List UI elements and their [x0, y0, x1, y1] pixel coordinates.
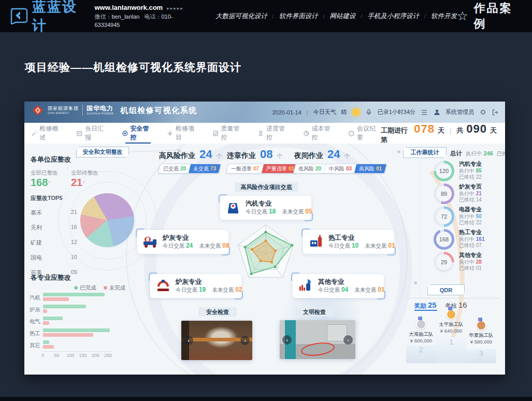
plant-icon	[298, 278, 313, 294]
scale-icon	[225, 200, 241, 216]
record-duration: 已录1小时34分	[378, 108, 415, 116]
page-footer-strip	[0, 397, 532, 401]
stat-night-work: 夜间作业24个 低风险20 中风险03 高风险01	[294, 148, 386, 174]
brand-block: 国家能源集团 CHN ENERGY 国华电力 GUOHUA POWER 机组检修…	[32, 105, 197, 116]
logout-icon[interactable]	[492, 109, 499, 116]
x-axis	[43, 351, 111, 352]
decor-dot	[414, 281, 417, 284]
civilization-check-title: 文明检查	[295, 307, 334, 317]
decor-dot	[397, 150, 400, 153]
current-day: 078	[414, 122, 435, 136]
red-circle-annotation	[300, 340, 336, 357]
app-title: 机组检修可视化系统	[120, 106, 197, 116]
chip-group: 已交底20 未交底73	[158, 164, 222, 174]
dashboard-screenshot: 国家能源集团 CHN ENERGY 国华电力 GUOHUA POWER 机组检修…	[24, 102, 505, 375]
work-ticket-badge: 工作票统计	[403, 147, 447, 158]
phone-label: 电话：	[144, 13, 161, 20]
ticket-row-electric: 72 电器专业 执行中 50 已终结 22	[434, 206, 504, 227]
prev-arrow-button[interactable]: ‹	[184, 336, 193, 345]
contact-block: www.lanlanwork.com▸▸▸▸▸ 微信：ben_lanlan 电话…	[94, 4, 191, 29]
sun-icon	[352, 108, 360, 116]
donut-chart: 120	[434, 161, 454, 181]
bar-row: 电气	[43, 317, 110, 325]
gear-icon[interactable]	[479, 109, 486, 116]
valve-icon	[155, 278, 171, 294]
wechat-value: ben_lanlan	[111, 13, 139, 20]
tab-meeting-minutes[interactable]: 会议纪要	[349, 123, 380, 144]
tab-progress-control[interactable]: 进度管控	[258, 123, 290, 144]
tab-safety-control[interactable]: 安全管控	[122, 123, 154, 144]
portfolio-link[interactable]: ☆ 作品案例	[457, 1, 521, 32]
top5-row: 国电10	[31, 254, 77, 262]
briefing-section-title: 高风险作业项目交底	[235, 182, 298, 192]
user-name[interactable]: 系统管理员	[445, 108, 474, 116]
top5-title: 应整改TOP5	[31, 194, 63, 202]
wechat-label: 微信：	[94, 13, 111, 20]
site-header: 蓝蓝设计 www.lanlanwork.com▸▸▸▸▸ 微信：ben_lanl…	[0, 0, 532, 32]
prev-arrow-button[interactable]: ‹	[282, 335, 292, 345]
weather-label: 今日天气	[313, 108, 336, 116]
service-item: 手机及小程序设计	[367, 12, 419, 21]
bar-legend: 已完成 未完成	[74, 284, 125, 292]
donut-chart: 72	[434, 206, 454, 227]
microphone-icon[interactable]	[365, 109, 372, 116]
bar-category: 炉灰	[30, 306, 42, 313]
site-url[interactable]: www.lanlanwork.com	[94, 4, 163, 11]
card-ash-valve: 炉灰专业 今日交底 19未来交底 02	[150, 274, 241, 298]
safety-civilization-badge: 安全和文明整改	[76, 147, 129, 157]
chn-energy-logo-icon	[32, 105, 44, 116]
gold-medal-icon	[446, 309, 456, 320]
tab-cost-control[interactable]: 成本管控	[304, 123, 335, 144]
card-ash-truck: 炉灰专业 今日交底 24未来交底 08	[137, 230, 228, 254]
bar-row: 热工	[43, 328, 110, 337]
chip-group: 低风险20 中风险03 高风险01	[293, 164, 387, 174]
stat-high-risk: 高风险作业24个 已交底20 未交底73	[159, 148, 222, 174]
safety-check-title: 安全检查	[198, 307, 237, 317]
service-item: 网站建设	[330, 12, 356, 21]
project-duration: 工期进行第 078 天 | 共 090 天	[381, 122, 497, 145]
list-icon[interactable]	[421, 109, 428, 116]
service-item: 软件开发	[431, 12, 457, 21]
civilization-check-photo: ‹ ›	[280, 320, 355, 359]
bar-category: 热工	[30, 330, 42, 337]
podium-third: 华夏施工队 ¥ 580,000	[466, 320, 496, 345]
bar-row: 其它	[43, 340, 110, 349]
bar-row: 各专业应整改汽机	[43, 293, 110, 301]
podium-second: 大海施工队 ¥ 600,000	[406, 319, 436, 343]
next-arrow-button[interactable]: ›	[240, 336, 250, 345]
user-icon	[433, 109, 440, 116]
card-turbine: 汽机专业 今日交底 18未来交底 05	[220, 196, 311, 220]
site-logo[interactable]: 蓝蓝设计	[9, 0, 86, 35]
brand-group: 国家能源集团 CHN ENERGY	[48, 106, 79, 115]
podium-step-3: 3	[466, 349, 496, 363]
factory-icon	[308, 234, 324, 250]
next-arrow-button[interactable]: ›	[343, 335, 353, 345]
services-list: 大数据可视化设计/ 软件界面设计/ 网站建设/ 手机及小程序设计/ 软件开发	[215, 12, 457, 21]
rose-chart	[80, 193, 134, 247]
chip-group: 一般违章07 严重违章01	[226, 164, 300, 174]
donut-chart: 168	[434, 229, 454, 250]
page-title: 项目经验——机组检修可视化系统界面设计	[25, 60, 241, 75]
qdr-badge: QDR	[427, 284, 465, 295]
lanlan-logo-icon	[9, 8, 28, 24]
units-rectify-title: 各单位应整改	[31, 155, 71, 164]
arrows-deco: ▸▸▸▸▸	[167, 6, 184, 11]
tab-overview[interactable]: 检修概述	[32, 123, 63, 144]
portfolio-label: 作品案例	[474, 1, 521, 32]
card-other: 其他专业 今日交底 04未来交底 01	[293, 274, 384, 298]
podium-step-1: 1	[436, 337, 466, 363]
ticket-row-thermal: 168 热工专业 执行中 161 已终结 07	[434, 229, 504, 250]
stat-violations: 违章作业08个 一般违章07 严重违章01	[227, 148, 298, 174]
tab-daily-report[interactable]: 当日汇报	[77, 123, 108, 144]
bar-category: 汽机	[30, 294, 42, 302]
tab-maintenance-projects[interactable]: 检修项目	[167, 123, 199, 144]
ticket-totals: 总计 执行中 246 已终结 281	[450, 150, 505, 157]
dashboard-nav: 检修概述 当日汇报 安全管控 检修项目 质量管控 进度管控 成本管控 会议纪要 …	[24, 123, 505, 144]
bar-category: 电气	[30, 318, 42, 325]
service-item: 软件界面设计	[279, 12, 318, 21]
bar-category: 其它	[30, 342, 42, 349]
ticket-row-ash: 89 炉灰专页 执行中 21 已终结 14	[434, 183, 504, 204]
service-item: 大数据可视化设计	[215, 12, 267, 21]
dashboard-header: 国家能源集团 CHN ENERGY 国华电力 GUOHUA POWER 机组检修…	[24, 102, 505, 123]
tab-quality-control[interactable]: 质量管控	[213, 123, 245, 144]
